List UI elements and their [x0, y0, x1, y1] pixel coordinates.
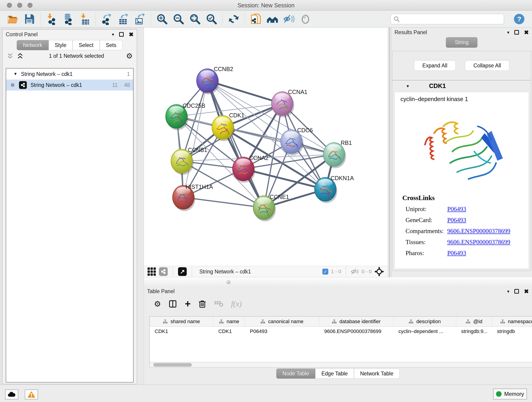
export-image-button[interactable]: [132, 12, 148, 26]
show-columns-icon[interactable]: [169, 300, 177, 308]
expand-all-chevron-icon[interactable]: [17, 52, 24, 60]
open-session-button[interactable]: [5, 12, 21, 26]
open-in-window-icon[interactable]: ↗: [178, 267, 187, 276]
table-cell[interactable]: cyclin–dependent ...: [393, 327, 456, 336]
node-CDK1[interactable]: [212, 115, 234, 141]
help-button[interactable]: ?: [511, 12, 527, 26]
panel-menu-icon[interactable]: ▾: [507, 289, 510, 294]
vertical-splitter-right[interactable]: [389, 27, 391, 277]
tab-edge-table[interactable]: Edge Table: [315, 369, 354, 379]
home-button[interactable]: [264, 12, 281, 26]
crosslink-link[interactable]: 9606.ENSP00000378699: [447, 228, 510, 235]
collapse-protein-icon[interactable]: ▾: [407, 83, 409, 89]
horizontal-splitter[interactable]: [144, 277, 532, 287]
tab-string[interactable]: String: [446, 37, 477, 48]
crosslink-link[interactable]: P06493: [447, 206, 466, 213]
node-CCNA1[interactable]: [272, 92, 294, 117]
table-cell[interactable]: 9606.ENSP00000378699: [319, 327, 393, 336]
table-cell[interactable]: CDK1: [150, 327, 213, 336]
column-header-description[interactable]: description: [393, 317, 456, 326]
float-panel-icon[interactable]: [119, 32, 124, 37]
selected-nodes-checkbox[interactable]: ✓: [322, 269, 328, 274]
close-panel-icon[interactable]: ✖: [524, 29, 529, 36]
network-label: String Network – cdk1: [31, 82, 82, 88]
export-network-button[interactable]: [99, 12, 115, 26]
zoom-in-button[interactable]: [154, 12, 170, 26]
tab-select[interactable]: Select: [73, 40, 100, 50]
table-cell[interactable]: stringdb:9...: [456, 327, 492, 336]
float-panel-icon[interactable]: [514, 30, 519, 35]
zoom-selected-button[interactable]: [203, 12, 220, 26]
grid-view-icon[interactable]: [147, 268, 156, 276]
close-panel-icon[interactable]: ✖: [524, 288, 529, 295]
table-row[interactable]: CDK1CDK1P064939606.ENSP00000378699cyclin…: [150, 327, 532, 336]
vertical-splitter-left[interactable]: [137, 27, 144, 385]
node-CCNB2[interactable]: [196, 69, 219, 95]
column-header-namespace[interactable]: namespace: [492, 317, 532, 326]
collapse-all-button[interactable]: Collapse All: [465, 60, 509, 71]
zoom-fit-button[interactable]: [187, 12, 203, 26]
share-network-icon[interactable]: [159, 267, 168, 276]
table-cell[interactable]: stringdb: [492, 327, 532, 336]
network-collection-row[interactable]: ▼String Network – cdk11: [6, 69, 133, 80]
tab-sets[interactable]: Sets: [100, 40, 123, 50]
panel-menu-icon[interactable]: ▾: [112, 32, 114, 37]
tab-style[interactable]: Style: [49, 40, 73, 50]
search-input[interactable]: [390, 14, 504, 24]
svg-text:?: ?: [517, 15, 521, 22]
crosslink-link[interactable]: 9606.ENSP00000378699: [447, 239, 510, 246]
network-row[interactable]: String Network – cdk11148: [6, 80, 133, 90]
import-network-button[interactable]: [43, 12, 60, 26]
table-horizontal-scrollbar[interactable]: [149, 362, 532, 368]
birdseye-view-icon[interactable]: [374, 267, 384, 276]
table-cell[interactable]: P06493: [245, 327, 319, 336]
crosslinks-heading: CrossLinks: [402, 194, 529, 202]
string-document-button[interactable]: [248, 12, 264, 26]
save-session-button[interactable]: [21, 12, 38, 26]
tab-node-table[interactable]: Node Table: [276, 369, 315, 379]
results-panel-title: Results Panel: [394, 29, 427, 36]
crosslink-link[interactable]: P06493: [447, 249, 466, 257]
import-network-from-database-button[interactable]: [60, 12, 76, 26]
control-panel-tabs: NetworkStyleSelectSets: [2, 40, 137, 50]
column-header-id[interactable]: @id: [456, 317, 492, 326]
tab-network-table[interactable]: Network Table: [354, 369, 399, 379]
delete-column-trash-icon[interactable]: [198, 300, 206, 308]
collapse-icon[interactable]: ▼: [13, 72, 17, 76]
node-RB1[interactable]: [323, 143, 346, 168]
column-header-sharedname[interactable]: shared name: [150, 317, 213, 326]
column-header-name[interactable]: name: [213, 317, 245, 326]
panel-menu-icon[interactable]: ▾: [507, 30, 510, 35]
hide-unhide-button[interactable]: [281, 12, 297, 26]
string-network-icon: [19, 81, 27, 89]
node-table[interactable]: shared namenamecanonical namedatabase id…: [149, 316, 532, 368]
splitter-handle[interactable]: [226, 280, 230, 284]
show-graphics-details-button[interactable]: [297, 12, 314, 26]
collapse-all-chevron-icon[interactable]: [7, 52, 13, 60]
export-table-button[interactable]: [115, 12, 132, 26]
add-column-icon[interactable]: +: [185, 300, 191, 308]
cloud-status-button[interactable]: [5, 389, 18, 400]
column-header-databaseidentifier[interactable]: database identifier: [319, 317, 393, 326]
memory-button[interactable]: Memory: [493, 389, 527, 400]
expand-all-button[interactable]: Expand All: [414, 60, 456, 71]
node-label-RB1: RB1: [341, 140, 352, 146]
scrollbar-thumb[interactable]: [153, 363, 192, 367]
tab-network[interactable]: Network: [17, 40, 48, 50]
network-graph[interactable]: CCNB2CCNA1CDC25BCDK1CDC6RB1CCNB1CCNA2CDK…: [144, 27, 388, 266]
network-view-canvas[interactable]: CCNB2CCNA1CDC25BCDK1CDC6RB1CCNB1CCNA2CDK…: [144, 27, 388, 266]
table-cell[interactable]: CDK1: [213, 327, 245, 336]
main-toolbar: ?: [0, 11, 532, 27]
float-panel-icon[interactable]: [514, 289, 519, 294]
column-header-canonicalname[interactable]: canonical name: [245, 317, 319, 326]
zoom-out-button[interactable]: [170, 12, 187, 26]
warnings-button[interactable]: [25, 389, 38, 400]
crosslink-link[interactable]: P06493: [447, 217, 466, 224]
protein-header[interactable]: ▾ CDK1: [393, 80, 531, 91]
table-settings-gear-icon[interactable]: ⚙: [154, 300, 161, 308]
refresh-button[interactable]: [225, 12, 242, 26]
close-panel-icon[interactable]: ✖: [129, 31, 133, 38]
import-table-button[interactable]: [76, 12, 93, 26]
search-icon: [394, 16, 400, 22]
network-options-gear-icon[interactable]: ⚙: [126, 52, 133, 60]
